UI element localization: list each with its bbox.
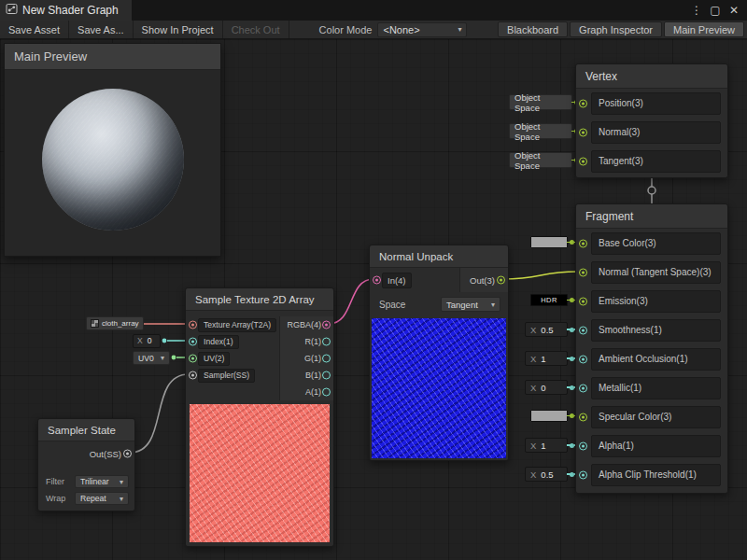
color-mode-dropdown[interactable]: <None> ▾ — [377, 22, 467, 37]
sample-texture-2d-array-node[interactable]: Sample Texture 2D Array Texture Array(T2… — [185, 287, 334, 547]
vertex-fragment-link-dot[interactable] — [648, 187, 655, 194]
main-preview-header[interactable]: Main Preview — [5, 44, 220, 70]
document-title: New Shader Graph — [22, 4, 119, 17]
space-dropdown[interactable]: Tangent ▾ — [441, 297, 500, 312]
port-out-ss-output[interactable] — [123, 450, 132, 458]
base-color-label: Base Color(3) — [591, 232, 721, 255]
close-icon[interactable]: ✕ — [726, 4, 741, 17]
port-r-output[interactable] — [322, 338, 331, 346]
normal-space-dropdown[interactable]: Object Space — [509, 123, 572, 139]
port-sampler-input[interactable] — [189, 371, 197, 380]
save-as-button[interactable]: Save As... — [69, 21, 134, 38]
fragment-node-title: Fragment — [585, 210, 633, 223]
kebab-menu-icon[interactable]: ⋮ — [689, 4, 704, 17]
port-metallic-input[interactable] — [579, 384, 587, 392]
space-value: Tangent — [446, 300, 478, 310]
port-texture-array-input[interactable] — [189, 321, 197, 329]
normal-map-preview — [372, 318, 506, 458]
port-emission-input[interactable] — [579, 297, 587, 305]
fragment-row-smoothness: Smoothness(1) — [576, 315, 727, 344]
port-normal-tangent-space-input[interactable] — [579, 268, 587, 276]
main-preview-toggle-button[interactable]: Main Preview — [664, 21, 744, 37]
fragment-node[interactable]: Fragment Base Color(3) Normal (Tangent S… — [575, 203, 728, 494]
alpha-clip-threshold-field[interactable]: X 0.5 — [525, 467, 568, 482]
sampler-state-header[interactable]: Sampler State — [38, 419, 134, 441]
position-space-dropdown[interactable]: Object Space — [509, 94, 572, 110]
edge-rgba-to-in[interactable] — [329, 279, 374, 324]
g-label: G(1) — [304, 354, 321, 363]
base-color-swatch[interactable] — [530, 236, 568, 248]
port-alpha-clip-threshold-input[interactable] — [579, 470, 587, 479]
save-asset-button[interactable]: Save Asset — [0, 21, 69, 38]
sample-row-b: B(1) — [280, 367, 333, 384]
port-specular-color-input[interactable] — [579, 413, 587, 421]
texture-thumbnail-icon — [91, 319, 99, 328]
graph-inspector-toggle-button[interactable]: Graph Inspector — [570, 21, 662, 37]
color-mode-value: <None> — [383, 24, 419, 35]
a-label: A(1) — [305, 387, 321, 397]
document-tab[interactable]: New Shader Graph — [0, 0, 132, 21]
x-axis-label: X — [530, 325, 536, 335]
index-field[interactable]: X 0 — [133, 334, 161, 348]
port-ambient-occlusion-input[interactable] — [579, 355, 587, 363]
chevron-down-icon: ▾ — [161, 354, 164, 362]
ambient-occlusion-value: 1 — [541, 354, 545, 364]
port-rgba-output[interactable] — [322, 321, 331, 329]
fragment-row-alpha: Alpha(1) — [576, 431, 727, 460]
metallic-value: 0 — [541, 383, 545, 393]
port-out-output[interactable] — [497, 276, 505, 285]
port-alpha-input[interactable] — [579, 441, 587, 450]
sample-node-header[interactable]: Sample Texture 2D Array — [186, 288, 333, 311]
edge-out-to-normal[interactable] — [502, 272, 578, 279]
port-index-input[interactable] — [189, 338, 197, 346]
sampler-state-out-row: Out(SS) — [38, 441, 134, 466]
metallic-field[interactable]: X 0 — [525, 380, 568, 395]
port-in-input[interactable] — [373, 276, 381, 285]
graph-canvas[interactable]: Main Preview Vertex Position(3) Normal(3… — [0, 39, 747, 560]
toolbar: Save Asset Save As... Show In Project Ch… — [0, 21, 747, 39]
smoothness-field[interactable]: X 0.5 — [525, 322, 568, 337]
sample-node-title: Sample Texture 2D Array — [195, 294, 315, 305]
vertex-node-title: Vertex — [585, 70, 617, 83]
port-tangent-input[interactable] — [579, 157, 587, 165]
ambient-occlusion-field[interactable]: X 1 — [525, 351, 568, 366]
normal-unpack-node[interactable]: Normal Unpack In(4) Out(3) Space Tangent… — [369, 245, 509, 461]
port-normal-input[interactable] — [579, 128, 587, 136]
port-b-output[interactable] — [322, 371, 331, 380]
wrap-dropdown[interactable]: Repeat ▾ — [75, 492, 129, 505]
normal-unpack-header[interactable]: Normal Unpack — [370, 245, 508, 268]
sample-row-index: Index(1) — [186, 333, 279, 350]
port-g-output[interactable] — [322, 355, 331, 363]
port-uv-input[interactable] — [189, 355, 197, 363]
vertex-node-header[interactable]: Vertex — [576, 64, 727, 89]
shader-graph-window: New Shader Graph ⋮ ▢ ✕ Save Asset Save A… — [0, 0, 747, 560]
uv-channel-dropdown[interactable]: UV0 ▾ — [133, 351, 170, 365]
sphere-preview — [42, 89, 184, 231]
fragment-node-header[interactable]: Fragment — [576, 204, 727, 229]
maximize-icon[interactable]: ▢ — [708, 4, 723, 17]
show-in-project-button[interactable]: Show In Project — [134, 21, 223, 38]
port-smoothness-input[interactable] — [579, 326, 587, 334]
in-label: In(4) — [382, 273, 412, 288]
chevron-down-icon: ▾ — [491, 301, 495, 309]
vertex-tangent-label: Tangent(3) — [591, 150, 721, 173]
fragment-row-base-color: Base Color(3) — [576, 229, 727, 258]
hdr-badge: HDR — [541, 296, 557, 304]
specular-color-swatch[interactable] — [530, 410, 568, 422]
alpha-field[interactable]: X 1 — [525, 438, 568, 453]
vertex-node[interactable]: Vertex Position(3) Normal(3) Tangent(3) — [575, 63, 728, 178]
tangent-space-value: Object Space — [514, 150, 567, 171]
port-a-output[interactable] — [322, 388, 331, 397]
emission-hdr-swatch[interactable]: HDR — [530, 294, 568, 306]
normal-unpack-title: Normal Unpack — [379, 251, 453, 262]
blackboard-toggle-button[interactable]: Blackboard — [498, 21, 568, 37]
port-position-input[interactable] — [579, 99, 587, 107]
sampler-state-node[interactable]: Sampler State Out(SS) Filter Trilinear ▾… — [37, 418, 135, 511]
vertex-row-normal: Normal(3) — [576, 118, 727, 147]
tangent-space-dropdown[interactable]: Object Space — [509, 152, 572, 168]
sample-row-uv: UV(2) — [186, 350, 279, 367]
filter-dropdown[interactable]: Trilinear ▾ — [75, 475, 129, 488]
edge-samplerstate-to-sampler[interactable] — [130, 374, 189, 453]
texture-array-object-field[interactable]: cloth_array — [86, 316, 144, 330]
port-base-color-input[interactable] — [579, 239, 587, 247]
